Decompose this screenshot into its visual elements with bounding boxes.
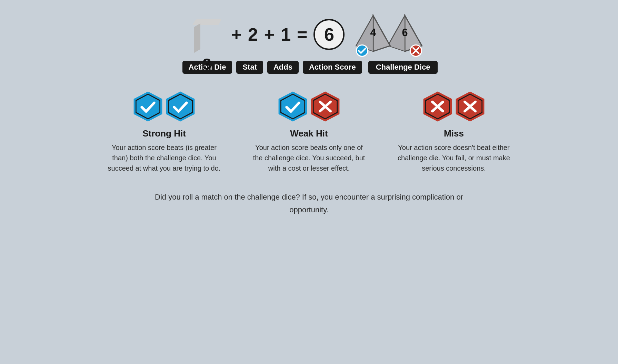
weak-red-x-hex: [310, 91, 341, 122]
adds-value: 1: [281, 24, 291, 45]
challenge-dice-group: 4 6: [354, 14, 424, 55]
cube-front-face: 3: [194, 51, 220, 77]
cube-right-face: [194, 23, 200, 53]
strong-hit-title: Strong Hit: [142, 128, 186, 139]
svg-text:6: 6: [402, 27, 408, 38]
action-score-label: Action Score: [303, 61, 362, 74]
blue-check-hex-1: [132, 91, 163, 122]
miss-title: Miss: [444, 128, 464, 139]
weak-hit-desc: Your action score beats only one of the …: [250, 142, 368, 173]
weak-blue-check-hex: [277, 91, 308, 122]
outcomes-section: Strong Hit Your action score beats (is g…: [33, 91, 585, 173]
action-score-circle: 6: [313, 19, 345, 50]
weak-hit-card: Weak Hit Your action score beats only on…: [250, 91, 368, 173]
formula-row: 3 + 2 + 1 = 6 4: [194, 14, 424, 55]
strong-hit-desc: Your action score beats (is greater than…: [106, 142, 223, 173]
miss-red-x-hex-2: [455, 91, 486, 122]
equals-operator: =: [297, 24, 307, 45]
cube-top-face: [192, 19, 221, 25]
action-die-cube: 3: [194, 19, 225, 50]
strong-hit-icons: [132, 91, 196, 122]
footer-section: Did you roll a match on the challenge di…: [154, 191, 464, 216]
die-2-badge: [410, 44, 422, 57]
miss-card: Miss Your action score doesn't beat eith…: [395, 91, 512, 173]
svg-text:4: 4: [370, 27, 376, 38]
weak-hit-icons: [277, 91, 341, 122]
plus-operator-2: +: [264, 24, 275, 45]
adds-label: Adds: [267, 61, 299, 74]
blue-check-hex-2: [165, 91, 196, 122]
stat-value: 2: [248, 24, 258, 45]
strong-hit-card: Strong Hit Your action score beats (is g…: [106, 91, 223, 173]
miss-desc: Your action score doesn't beat either ch…: [395, 142, 512, 173]
challenge-die-1: 4: [354, 14, 392, 55]
formula-section: 3 + 2 + 1 = 6 4: [180, 14, 438, 74]
die-1-badge: [356, 44, 368, 57]
miss-icons: [422, 91, 486, 122]
weak-hit-title: Weak Hit: [290, 128, 328, 139]
challenge-dice-label: Challenge Dice: [368, 61, 438, 74]
stat-label: Stat: [236, 61, 263, 74]
miss-red-x-hex-1: [422, 91, 453, 122]
plus-operator-1: +: [231, 24, 242, 45]
footer-text: Did you roll a match on the challenge di…: [154, 191, 464, 216]
